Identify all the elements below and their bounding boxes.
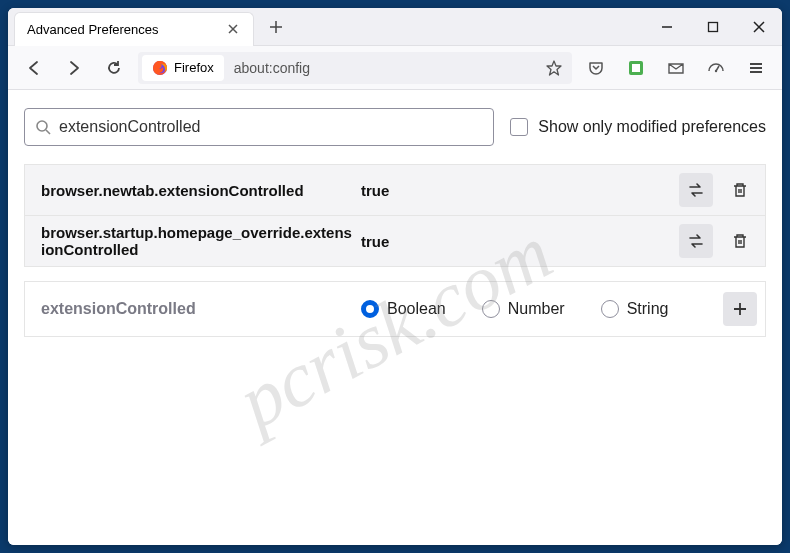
bookmark-star-icon[interactable] (540, 54, 568, 82)
titlebar: Advanced Preferences (8, 8, 782, 46)
add-button[interactable] (723, 292, 757, 326)
preference-row: browser.startup.homepage_override.extens… (25, 215, 765, 266)
preference-row: browser.newtab.extensionControlled true (25, 165, 765, 215)
delete-button[interactable] (723, 224, 757, 258)
firefox-icon (152, 60, 168, 76)
new-pref-name: extensionControlled (41, 300, 361, 318)
radio-icon (361, 300, 379, 318)
delete-button[interactable] (723, 173, 757, 207)
browser-tab[interactable]: Advanced Preferences (14, 12, 254, 46)
search-box[interactable] (24, 108, 494, 146)
browser-window: Advanced Preferences Firefox about:confi… (8, 8, 782, 545)
toggle-button[interactable] (679, 224, 713, 258)
type-radio-group: Boolean Number String (361, 300, 723, 318)
show-modified-checkbox-label[interactable]: Show only modified preferences (510, 118, 766, 136)
pref-name: browser.newtab.extensionControlled (41, 182, 361, 199)
identity-box[interactable]: Firefox (142, 55, 224, 81)
radio-label: Boolean (387, 300, 446, 318)
extension-icon[interactable] (620, 52, 652, 84)
svg-rect-3 (632, 64, 640, 72)
pref-value: true (361, 233, 679, 250)
radio-icon (482, 300, 500, 318)
navigation-toolbar: Firefox about:config (8, 46, 782, 90)
toggle-button[interactable] (679, 173, 713, 207)
preferences-table: browser.newtab.extensionControlled true … (24, 164, 766, 267)
pocket-icon[interactable] (580, 52, 612, 84)
radio-icon (601, 300, 619, 318)
new-preference-row: extensionControlled Boolean Number Strin… (24, 281, 766, 337)
pref-actions (679, 224, 757, 258)
reload-button[interactable] (98, 52, 130, 84)
svg-rect-0 (709, 22, 718, 31)
window-controls (644, 8, 782, 46)
search-row: Show only modified preferences (14, 108, 776, 164)
radio-boolean[interactable]: Boolean (361, 300, 446, 318)
url-bar[interactable]: Firefox about:config (138, 52, 572, 84)
close-window-button[interactable] (736, 8, 782, 46)
mail-icon[interactable] (660, 52, 692, 84)
radio-string[interactable]: String (601, 300, 669, 318)
minimize-button[interactable] (644, 8, 690, 46)
hamburger-menu-icon[interactable] (740, 52, 772, 84)
pref-name: browser.startup.homepage_override.extens… (41, 224, 361, 258)
maximize-button[interactable] (690, 8, 736, 46)
svg-point-4 (715, 69, 717, 71)
page-content: Show only modified preferences browser.n… (8, 90, 782, 545)
url-text[interactable]: about:config (228, 60, 536, 76)
identity-label: Firefox (174, 60, 214, 75)
search-icon (35, 119, 51, 135)
back-button[interactable] (18, 52, 50, 84)
pref-value: true (361, 182, 679, 199)
svg-point-5 (37, 121, 47, 131)
dashboard-icon[interactable] (700, 52, 732, 84)
search-input[interactable] (59, 118, 483, 136)
pref-actions (679, 173, 757, 207)
new-tab-button[interactable] (262, 13, 290, 41)
close-tab-icon[interactable] (225, 21, 241, 37)
tab-title: Advanced Preferences (27, 22, 225, 37)
show-modified-checkbox[interactable] (510, 118, 528, 136)
radio-number[interactable]: Number (482, 300, 565, 318)
checkbox-text: Show only modified preferences (538, 118, 766, 136)
forward-button[interactable] (58, 52, 90, 84)
radio-label: String (627, 300, 669, 318)
radio-label: Number (508, 300, 565, 318)
